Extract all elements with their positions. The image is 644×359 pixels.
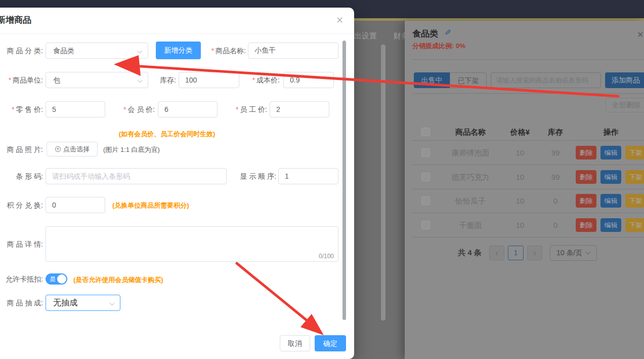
cancel-button[interactable]: 取消: [280, 335, 310, 351]
pagination-next-button[interactable]: ›: [527, 246, 542, 260]
divider: [412, 59, 644, 60]
confirm-button[interactable]: 确定: [315, 335, 346, 351]
divider: [412, 237, 644, 237]
chevron-down-icon: [110, 301, 115, 306]
divider: [412, 165, 644, 165]
price-note: (如有会员价、员工价会同时生效): [81, 130, 253, 139]
chevron-down-icon: [138, 49, 143, 54]
product-search-input[interactable]: [491, 72, 601, 88]
cost-label: *成本价:: [243, 76, 280, 85]
row-checkbox[interactable]: [421, 173, 430, 181]
detail-label: 商 品 详 情:: [0, 240, 43, 249]
off-shelf-button[interactable]: 下架: [625, 194, 644, 208]
detail-textarea[interactable]: 0/100: [46, 226, 338, 262]
off-shelf-button[interactable]: 下架: [625, 146, 644, 159]
commission-select[interactable]: 无抽成: [46, 295, 120, 311]
photo-select-button[interactable]: 点击选择: [47, 142, 98, 156]
stock-label: 库存:: [152, 76, 176, 85]
edit-button[interactable]: 编辑: [600, 146, 621, 159]
points-label: 积 分 兑 换:: [0, 201, 43, 210]
delete-button[interactable]: 删除: [576, 218, 596, 232]
required-mark: *: [12, 105, 14, 113]
required-mark: *: [9, 76, 11, 84]
nav-tab-settings[interactable]: 出设置: [354, 31, 377, 41]
toggle-on-label: 是: [50, 275, 56, 283]
product-name: 恰恰瓜子: [435, 196, 506, 206]
modal-title: 新增商品: [0, 14, 31, 26]
unit-label: *商品单位:: [0, 76, 43, 85]
unit-value: 包: [53, 76, 60, 84]
product-name: 干脆面: [435, 221, 506, 230]
add-product-modal: 新增商品 ✕ 商 品 分 类: 食品类 新增分类 *商品名称: *商品单位: 包…: [0, 8, 354, 359]
cost-input[interactable]: [283, 72, 334, 88]
required-mark: *: [252, 76, 255, 84]
add-category-button[interactable]: 新增分类: [156, 42, 201, 59]
product-price: 10: [505, 173, 535, 181]
page-size-select[interactable]: 10 条/页: [550, 245, 597, 261]
points-note: (兑换单位商品所需要积分): [112, 201, 189, 210]
product-name: 康师傅泡面: [435, 148, 506, 158]
retail-price-input[interactable]: [46, 101, 105, 117]
off-shelf-button[interactable]: 下架: [625, 218, 644, 232]
required-mark: *: [236, 105, 238, 113]
card-deduct-toggle[interactable]: 是: [46, 273, 67, 285]
drawer-close-icon[interactable]: ✕: [637, 30, 643, 39]
col-header-stock: 库存: [540, 128, 571, 137]
barcode-input[interactable]: [46, 168, 227, 184]
category-value: 食品类: [53, 47, 74, 55]
product-stock: 99: [540, 148, 571, 157]
edit-button[interactable]: 编辑: [600, 170, 621, 184]
chevron-down-icon: [586, 250, 591, 255]
divider: [412, 213, 644, 213]
add-product-button[interactable]: 添加商品: [605, 72, 644, 88]
off-shelf-button[interactable]: 下架: [625, 170, 644, 184]
pagination-page-1[interactable]: 1: [508, 246, 524, 260]
photo-note: (图片 1:1 白底为宜): [103, 145, 160, 154]
char-counter: 0/100: [319, 253, 334, 260]
display-order-input[interactable]: [278, 168, 338, 184]
delete-button[interactable]: 删除: [576, 194, 596, 208]
display-order-label: 显 示 顺 序:: [232, 172, 276, 181]
pagination-prev-button[interactable]: ‹: [489, 246, 504, 260]
modal-scrollbar[interactable]: [342, 41, 346, 320]
product-stock: 0: [540, 221, 571, 229]
commission-value: 无抽成: [53, 298, 77, 307]
row-checkbox[interactable]: [421, 221, 430, 229]
tab-off-shelf[interactable]: 已下架: [450, 72, 487, 88]
points-input[interactable]: [46, 197, 105, 213]
modal-close-icon[interactable]: ✕: [336, 15, 344, 26]
member-label: *会 员 价:: [110, 105, 155, 114]
retail-label: *零 售 价:: [0, 105, 43, 114]
staff-price-input[interactable]: [270, 101, 329, 117]
page-scrollbar[interactable]: [381, 45, 385, 321]
member-price-input[interactable]: [158, 101, 218, 117]
edit-pencil-icon[interactable]: ✎: [444, 28, 451, 37]
photo-label: 商 品 照 片:: [0, 145, 43, 154]
unit-select[interactable]: 包: [46, 72, 148, 88]
upload-icon: [55, 146, 61, 152]
name-label: *商品名称:: [201, 47, 246, 56]
required-mark: *: [123, 105, 126, 113]
product-price: 10: [505, 196, 535, 205]
row-checkbox[interactable]: [421, 148, 430, 157]
product-name-input[interactable]: [248, 43, 338, 59]
edit-button[interactable]: 编辑: [600, 194, 621, 208]
delete-button[interactable]: 删除: [576, 170, 596, 184]
select-all-checkbox[interactable]: [421, 128, 430, 136]
divider: [412, 140, 644, 141]
stock-input[interactable]: [179, 72, 239, 88]
tab-on-sale[interactable]: 出售中: [414, 72, 450, 88]
delete-all-button[interactable]: 全部删除: [606, 98, 644, 112]
product-stock: 0: [540, 196, 571, 205]
card-deduct-label: 允许卡抵扣:: [0, 275, 43, 284]
page-size-value: 10 条/页: [556, 249, 582, 257]
toggle-knob: [57, 274, 66, 284]
barcode-label: 条 形 码:: [0, 172, 43, 181]
staff-label: *员 工 价:: [223, 105, 267, 114]
edit-button[interactable]: 编辑: [600, 218, 621, 232]
col-header-price: 价格¥: [505, 128, 535, 137]
row-checkbox[interactable]: [421, 196, 430, 205]
category-select[interactable]: 食品类: [46, 43, 148, 59]
delete-button[interactable]: 删除: [576, 146, 596, 159]
divider: [412, 93, 644, 94]
